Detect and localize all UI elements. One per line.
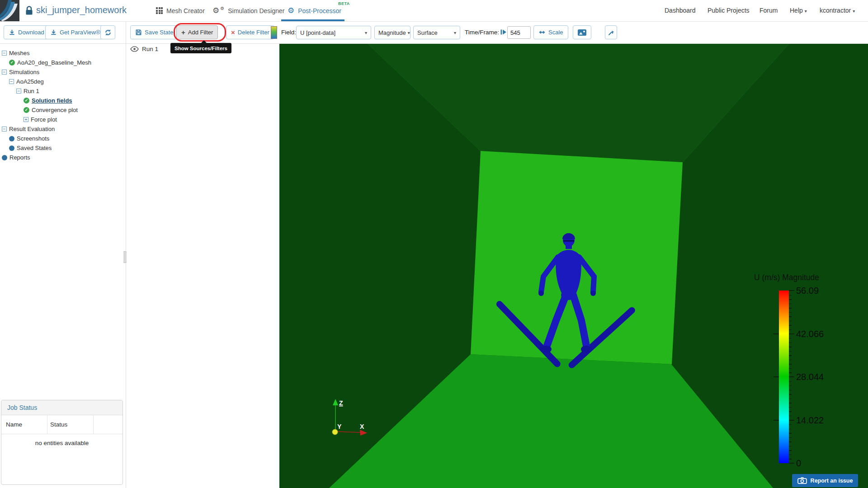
user-label: kcontractor bbox=[820, 7, 851, 14]
chevron-down-icon: ▾ bbox=[365, 30, 367, 35]
beta-badge: BETA bbox=[338, 1, 350, 6]
render-viewport[interactable]: Z Y X bbox=[279, 44, 868, 488]
save-state-button[interactable]: Save State bbox=[130, 25, 179, 39]
tree-item-label: AoA25deg bbox=[16, 78, 44, 85]
tree-item-label: Convergence plot bbox=[32, 107, 78, 113]
tree-item-force-plot[interactable]: +Force plot bbox=[24, 116, 57, 123]
tree-item-label: Run 1 bbox=[24, 88, 39, 94]
add-filter-button[interactable]: + Add Filter bbox=[176, 25, 218, 39]
tab-simulation-designer[interactable]: ⚙⚙ Simulation Designer bbox=[212, 0, 285, 21]
collapse-icon[interactable]: − bbox=[2, 70, 7, 75]
delete-filter-label: Delete Filter bbox=[238, 29, 269, 36]
tree-item-label: Solution fields bbox=[32, 97, 72, 104]
gears-icon: ⚙ bbox=[212, 7, 219, 14]
delete-filter-button[interactable]: × Delete Filter bbox=[226, 25, 274, 39]
scale-arrows-icon bbox=[538, 29, 546, 36]
post-processor-gear-icon: ⚙ bbox=[288, 7, 294, 14]
tab-mesh-creator[interactable]: Mesh Creator bbox=[156, 0, 205, 21]
tree-item-label: Meshes bbox=[9, 50, 30, 56]
check-circle-icon: ✓ bbox=[24, 107, 29, 113]
tree-item-aoa25deg[interactable]: −AoA25deg bbox=[9, 78, 44, 85]
nav-help-menu[interactable]: Help▾ bbox=[790, 7, 807, 14]
tree-item-aoa20-deg-baseline-mesh[interactable]: ✓AoA20_deg_Baseline_Mesh bbox=[9, 59, 91, 66]
tree-item-label: AoA20_deg_Baseline_Mesh bbox=[17, 59, 91, 66]
tooltip-show-sources-filters: Show Sources/Filters bbox=[170, 43, 231, 53]
tree-item-label: Force plot bbox=[31, 116, 57, 123]
field-select[interactable]: U [point-data]▾ bbox=[296, 26, 371, 39]
z-axis-label: Z bbox=[339, 399, 343, 407]
panel-divider bbox=[126, 22, 126, 43]
nav-user-menu[interactable]: kcontractor▾ bbox=[820, 7, 855, 14]
download-button[interactable]: Download bbox=[4, 25, 49, 39]
tree-item-solution-fields[interactable]: ✓Solution fields bbox=[24, 97, 72, 104]
tree-item-meshes[interactable]: −Meshes bbox=[2, 50, 30, 56]
item-dot-icon bbox=[9, 136, 14, 141]
top-header: ski_jumper_homework Mesh Creator ⚙⚙ Simu… bbox=[0, 0, 868, 22]
x-axis-label: X bbox=[360, 423, 364, 430]
collapse-icon[interactable]: − bbox=[2, 127, 7, 131]
report-issue-label: Report an issue bbox=[811, 478, 853, 484]
representation-select[interactable]: Surface▾ bbox=[413, 26, 460, 39]
download-icon bbox=[9, 29, 15, 36]
play-step-icon[interactable] bbox=[500, 28, 507, 38]
expand-icon[interactable]: + bbox=[24, 117, 28, 122]
collapse-icon[interactable]: − bbox=[16, 89, 21, 94]
scene-3d: Z Y X bbox=[279, 44, 868, 488]
tab-label: Simulation Designer bbox=[228, 7, 284, 14]
job-status-empty-text: no entities available bbox=[1, 440, 123, 446]
report-issue-button[interactable]: Report an issue bbox=[792, 474, 858, 487]
component-select[interactable]: Magnitude▾ bbox=[374, 26, 410, 39]
nav-forum[interactable]: Forum bbox=[760, 7, 778, 14]
tab-post-processor[interactable]: ⚙ Post-Processor bbox=[288, 0, 341, 21]
job-status-panel: Job Status Name Status no entities avail… bbox=[1, 400, 123, 485]
chevron-down-icon: ▾ bbox=[805, 9, 807, 14]
get-paraview-button[interactable]: Get ParaView® bbox=[45, 25, 105, 39]
column-divider bbox=[47, 415, 47, 434]
collapse-icon[interactable]: − bbox=[9, 79, 14, 84]
sources-panel: Run 1 Show Sources/Filters bbox=[127, 44, 279, 488]
check-circle-icon: ✓ bbox=[9, 60, 15, 66]
tree-item-reports[interactable]: Reports bbox=[2, 154, 30, 161]
nav-public-projects[interactable]: Public Projects bbox=[708, 7, 750, 14]
scale-button[interactable]: Scale bbox=[533, 25, 568, 39]
download-label: Download bbox=[18, 29, 44, 36]
tree-item-label: Simulations bbox=[9, 69, 39, 75]
mesh-grid-icon bbox=[156, 7, 163, 14]
lock-icon bbox=[25, 6, 33, 17]
check-circle-icon: ✓ bbox=[24, 98, 29, 103]
viewport-widget-button[interactable] bbox=[605, 25, 617, 39]
component-value: Magnitude bbox=[378, 29, 406, 36]
gear-small-icon: ⚙ bbox=[220, 6, 224, 11]
field-value: U [point-data] bbox=[300, 29, 335, 36]
chevron-down-icon: ▾ bbox=[454, 30, 456, 35]
tree-item-result-evaluation[interactable]: −Result Evaluation bbox=[2, 126, 55, 132]
tree-item-saved-states[interactable]: Saved States bbox=[9, 145, 52, 151]
tree-item-run-1[interactable]: −Run 1 bbox=[16, 88, 39, 94]
tree-item-convergence-plot[interactable]: ✓Convergence plot bbox=[24, 107, 78, 113]
logo-graphic bbox=[0, 0, 19, 21]
get-paraview-label: Get ParaView® bbox=[60, 29, 100, 36]
view-button[interactable] bbox=[573, 25, 591, 39]
tree-item-simulations[interactable]: −Simulations bbox=[2, 69, 39, 75]
save-state-label: Save State bbox=[145, 29, 174, 36]
job-status-title: Job Status bbox=[1, 400, 123, 415]
source-item-run1[interactable]: Run 1 bbox=[130, 46, 158, 52]
column-divider bbox=[93, 415, 94, 434]
delete-x-icon: × bbox=[231, 29, 235, 36]
y-axis-label: Y bbox=[337, 423, 342, 430]
refresh-button[interactable] bbox=[100, 25, 115, 39]
nav-dashboard[interactable]: Dashboard bbox=[665, 7, 696, 14]
collapse-icon[interactable]: − bbox=[2, 51, 7, 56]
add-filter-label: Add Filter bbox=[188, 29, 213, 36]
run-label: Run 1 bbox=[142, 46, 158, 52]
color-legend-toggle[interactable] bbox=[271, 26, 277, 39]
help-label: Help bbox=[790, 7, 803, 14]
tree-item-screenshots[interactable]: Screenshots bbox=[9, 135, 49, 142]
timeframe-input[interactable] bbox=[507, 26, 531, 39]
image-icon bbox=[578, 29, 586, 36]
tree-item-label: Saved States bbox=[17, 145, 52, 151]
eye-visibility-icon[interactable] bbox=[130, 46, 139, 52]
simscale-logo[interactable] bbox=[0, 0, 19, 21]
column-header-status: Status bbox=[50, 421, 67, 428]
representation-value: Surface bbox=[417, 29, 438, 36]
